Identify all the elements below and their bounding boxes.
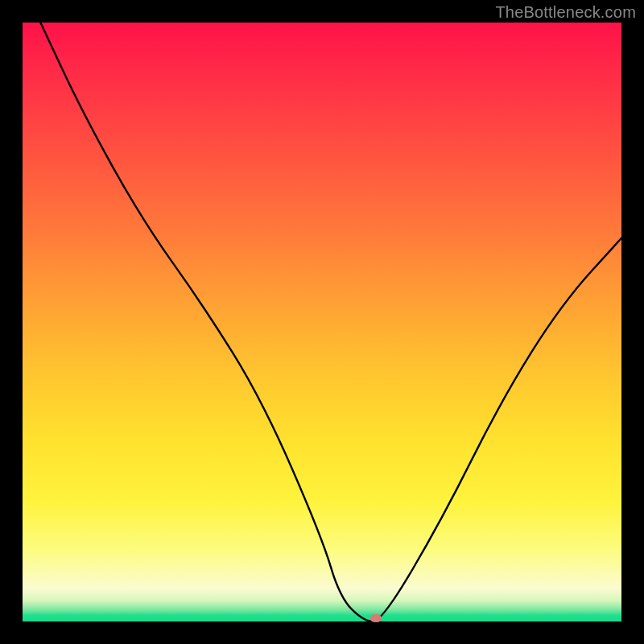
optimal-point-marker [370,614,382,622]
chart-frame: TheBottleneck.com [0,0,644,644]
bottleneck-curve [23,23,621,621]
watermark-text: TheBottleneck.com [495,3,636,22]
plot-area [23,23,621,621]
